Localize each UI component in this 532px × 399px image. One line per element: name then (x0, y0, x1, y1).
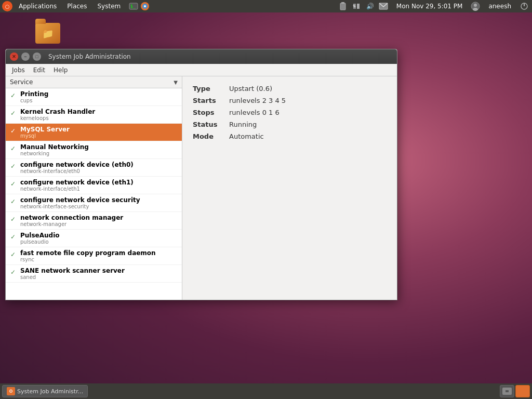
detail-panel: Type Upstart (0.6) Starts runlevels 2 3 … (182, 76, 397, 300)
title-bar: ✕ − □ System Job Administration (6, 49, 397, 64)
status-value: Running (229, 121, 257, 128)
notification-applet[interactable] (515, 385, 530, 397)
top-panel-left: ○ Applications Places System $_ (0, 0, 151, 12)
service-info: PulseAudio pulseaudio (20, 232, 60, 245)
service-name: Kernel Crash Handler (20, 108, 95, 115)
list-item[interactable]: ✓ fast remote file copy program daemon r… (6, 247, 182, 265)
list-item[interactable]: ✓ SANE network scanner server saned (6, 265, 182, 283)
service-sub: rsync (20, 257, 156, 262)
stops-row: Stops runlevels 0 1 6 (193, 109, 387, 116)
service-dropdown[interactable]: Service ▼ (6, 76, 182, 88)
service-sub: cups (20, 98, 48, 103)
help-menu[interactable]: Help (49, 65, 72, 75)
top-panel-right: ⇅ 🔊 Mon Nov 29, 5:01 PM aneesh (337, 0, 532, 12)
stops-value: runlevels 0 1 6 (229, 109, 280, 116)
stops-label: Stops (193, 109, 229, 116)
service-info: fast remote file copy program daemon rsy… (20, 249, 156, 262)
check-icon: ✓ (9, 162, 17, 170)
service-sub: network-manager (20, 221, 123, 227)
list-item[interactable]: ✓ Kernel Crash Handler kerneloops (6, 106, 182, 124)
service-name: network connection manager (20, 214, 123, 221)
service-info: MySQL Server mysql (20, 126, 70, 139)
service-info: configure network device (eth1) network-… (20, 179, 134, 192)
workspace-icon (502, 388, 512, 395)
firefox-icon[interactable] (139, 1, 151, 12)
terminal-icon[interactable]: $_ (128, 1, 139, 12)
svg-point-4 (144, 5, 146, 7)
mode-value: Automatic (229, 132, 264, 140)
mail-icon[interactable] (378, 1, 389, 12)
transfer-icon[interactable]: ⇅ (351, 1, 362, 12)
service-info: Printing cups (20, 90, 48, 103)
service-name: configure network device (eth1) (20, 179, 134, 186)
top-panel: ○ Applications Places System $_ (0, 0, 532, 12)
svg-text:⇅: ⇅ (353, 4, 356, 8)
jobs-menu[interactable]: Jobs (8, 65, 29, 75)
clipboard-icon[interactable] (337, 1, 349, 12)
list-item[interactable]: ✓ PulseAudio pulseaudio (6, 230, 182, 247)
check-icon: ✓ (9, 215, 17, 223)
service-name: SANE network scanner server (20, 267, 125, 274)
ubuntu-icon[interactable]: ○ (2, 1, 12, 11)
user-icon[interactable] (470, 1, 481, 12)
close-button[interactable]: ✕ (10, 52, 18, 61)
check-icon: ✓ (9, 180, 17, 188)
type-value: Upstart (0.6) (229, 85, 272, 92)
mode-row: Mode Automatic (193, 132, 387, 140)
service-info: Manual Networking networking (20, 143, 89, 156)
applications-menu[interactable]: Applications (14, 0, 62, 12)
taskbar-window-label: System Job Administr... (17, 388, 83, 395)
service-name: PulseAudio (20, 232, 60, 239)
check-icon: ✓ (9, 91, 17, 100)
list-item[interactable]: ✓ configure network device security netw… (6, 194, 182, 212)
service-info: Kernel Crash Handler kerneloops (20, 108, 95, 121)
service-panel: Service ▼ ✓ Printing cups ✓ (6, 76, 182, 300)
maximize-button[interactable]: □ (33, 52, 41, 61)
list-item[interactable]: ✓ Printing cups (6, 88, 182, 106)
service-info: SANE network scanner server saned (20, 267, 125, 280)
audio-icon[interactable]: 🔊 (364, 1, 376, 12)
service-name: MySQL Server (20, 126, 70, 133)
service-sub: mysql (20, 133, 70, 139)
service-list: ✓ Printing cups ✓ Kernel Crash Handler k… (6, 88, 182, 300)
workspace-switcher[interactable] (500, 385, 514, 397)
list-item[interactable]: ✓ Manual Networking networking (6, 141, 182, 159)
check-icon: ✓ (9, 109, 17, 117)
service-info: configure network device security networ… (20, 196, 140, 209)
minimize-button[interactable]: − (21, 52, 30, 61)
service-name: Printing (20, 90, 48, 98)
service-sub: saned (20, 274, 125, 280)
places-menu[interactable]: Places (62, 0, 92, 12)
username-display: aneesh (483, 0, 516, 12)
list-item-active[interactable]: ✓ MySQL Server mysql (6, 124, 182, 141)
service-sub: network-interface/eth1 (20, 186, 134, 192)
taskbar-app-icon: ⚙ (7, 387, 15, 395)
service-sub: network-interface-security (20, 204, 140, 209)
svg-rect-8 (357, 4, 360, 9)
service-info: configure network device (eth0) network-… (20, 161, 134, 174)
service-sub: pulseaudio (20, 239, 60, 245)
list-item[interactable]: ✓ configure network device (eth0) networ… (6, 159, 182, 177)
starts-value: runlevels 2 3 4 5 (229, 97, 286, 104)
service-dropdown-label: Service (10, 78, 174, 86)
svg-point-14 (473, 8, 478, 11)
menu-bar: Jobs Edit Help (6, 64, 397, 76)
service-sub: kerneloops (20, 115, 95, 121)
edit-menu[interactable]: Edit (29, 65, 49, 75)
service-name: fast remote file copy program daemon (20, 249, 156, 257)
service-sub: network-interface/eth0 (20, 168, 134, 174)
check-icon: ✓ (9, 144, 17, 153)
datetime-display[interactable]: Mon Nov 29, 5:01 PM (391, 0, 468, 12)
taskbar: ⚙ System Job Administr... (0, 383, 532, 399)
svg-text:$_: $_ (130, 4, 136, 9)
window-content: Service ▼ ✓ Printing cups ✓ (6, 76, 397, 300)
list-item[interactable]: ✓ configure network device (eth1) networ… (6, 177, 182, 194)
file-manager-icon[interactable]: 📁 (31, 23, 64, 44)
window-title: System Job Administration (48, 53, 131, 60)
taskbar-window-button[interactable]: ⚙ System Job Administr... (2, 385, 88, 397)
power-icon[interactable] (518, 1, 530, 12)
svg-rect-6 (341, 2, 344, 4)
system-menu[interactable]: System (92, 0, 126, 12)
svg-rect-5 (340, 3, 345, 10)
list-item[interactable]: ✓ network connection manager network-man… (6, 212, 182, 230)
